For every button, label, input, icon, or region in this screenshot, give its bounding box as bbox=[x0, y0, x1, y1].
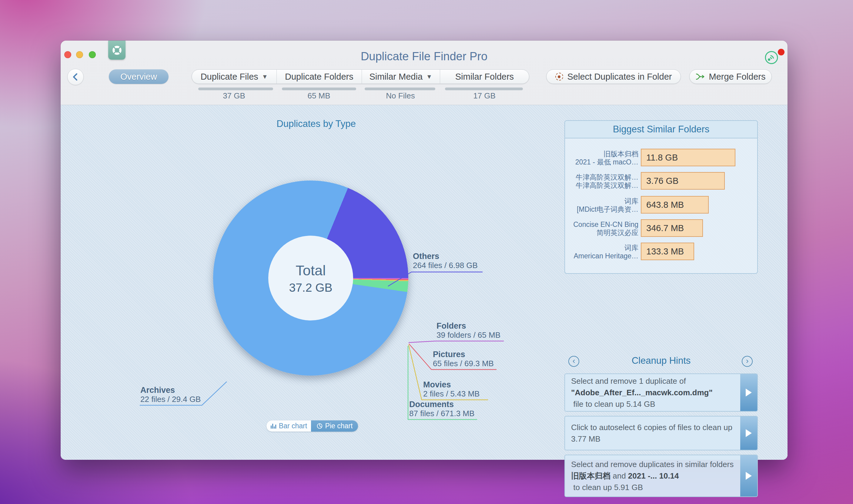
tab-duplicate-files[interactable]: Duplicate Files ▼ bbox=[192, 70, 277, 84]
apply-hint-button[interactable] bbox=[740, 455, 757, 497]
overview-button[interactable]: Overview bbox=[109, 69, 169, 84]
hints-next-button[interactable]: › bbox=[742, 356, 753, 367]
panel-title: Biggest Similar Folders bbox=[565, 121, 757, 139]
app-window: Duplicate File Finder Pro Overview Dupli… bbox=[60, 41, 787, 460]
tab-similar-folders[interactable]: Similar Folders bbox=[440, 70, 529, 84]
button-label: Select Duplicates in Folder bbox=[568, 72, 672, 82]
bar-chart-toggle[interactable]: Bar chart bbox=[266, 420, 311, 432]
notification-badge bbox=[778, 49, 784, 55]
tab-label: Similar Folders bbox=[455, 72, 514, 82]
hint-text: Select and remove duplicates in similar … bbox=[565, 455, 740, 497]
button-label: Merge Folders bbox=[709, 72, 766, 82]
pie-chart-icon bbox=[316, 423, 323, 429]
window-title: Duplicate File Finder Pro bbox=[60, 50, 787, 63]
play-icon bbox=[746, 389, 752, 396]
biggest-similar-folders-panel: Biggest Similar Folders 旧版本归档2021 - 最低 m… bbox=[564, 120, 758, 274]
chart-type-toggle: Bar chart Pie chart bbox=[266, 420, 358, 432]
slice-label-folders: Folders 39 folders / 65 MB bbox=[436, 321, 501, 340]
category-tab-group: Duplicate Files ▼ Duplicate Folders Simi… bbox=[192, 69, 529, 84]
folder-size-bar[interactable]: 11.8 GB bbox=[641, 149, 735, 166]
pie-center-value: 37.2 GB bbox=[289, 281, 332, 294]
similar-folder-row: 旧版本归档2021 - 最低 macO… 11.8 GB bbox=[565, 148, 757, 168]
tab-duplicate-folders[interactable]: Duplicate Folders bbox=[277, 70, 362, 84]
tab-progress-bar bbox=[445, 88, 523, 90]
toggle-label: Pie chart bbox=[325, 422, 353, 430]
tab-label: Duplicate Folders bbox=[285, 72, 353, 82]
slice-label-documents: Documents 87 files / 671.3 MB bbox=[409, 400, 474, 418]
overview-label: Overview bbox=[120, 72, 157, 82]
cleanup-hints-title: Cleanup Hints bbox=[564, 355, 758, 366]
slice-label-others: Others 264 files / 6.98 GB bbox=[413, 252, 478, 270]
folder-size-bar[interactable]: 3.76 GB bbox=[641, 172, 725, 190]
dashed-target-icon bbox=[555, 73, 563, 80]
slice-label-pictures: Pictures 65 files / 69.3 MB bbox=[433, 350, 494, 368]
chevron-left-icon bbox=[71, 72, 80, 82]
tab-size-value: 65 MB bbox=[276, 91, 361, 101]
content-area: Duplicates by Type Total 37.2 GB Others … bbox=[60, 105, 787, 460]
pie-chart-toggle[interactable]: Pie chart bbox=[311, 420, 358, 432]
folder-size-bar[interactable]: 643.8 MB bbox=[641, 196, 709, 214]
tab-label: Similar Media bbox=[369, 72, 422, 82]
tab-label: Duplicate Files bbox=[201, 72, 258, 82]
tab-progress-bar bbox=[365, 88, 435, 90]
tab-progress-bar bbox=[282, 88, 356, 90]
hint-text: Select and remove 1 duplicate of "Adobe_… bbox=[565, 374, 740, 411]
apply-hint-button[interactable] bbox=[740, 374, 757, 411]
chart-title: Duplicates by Type bbox=[240, 119, 392, 129]
hint-text: Click to autoselect 6 copies of files to… bbox=[565, 416, 740, 450]
merge-icon bbox=[696, 72, 705, 81]
similar-folder-row: 词库[MDict电子词典资… 643.8 MB bbox=[565, 195, 757, 215]
slice-label-archives: Archives 22 files / 29.4 GB bbox=[140, 385, 201, 404]
pie-center: Total 37.2 GB bbox=[268, 236, 353, 321]
play-icon bbox=[746, 472, 752, 480]
tab-similar-media[interactable]: Similar Media ▼ bbox=[362, 70, 440, 84]
bar-chart-icon bbox=[271, 423, 276, 429]
apply-hint-button[interactable] bbox=[740, 416, 757, 450]
pie-center-label: Total bbox=[296, 262, 326, 278]
chevron-down-icon: ▼ bbox=[426, 73, 432, 80]
tab-size-value: 37 GB bbox=[192, 91, 276, 101]
slice-label-movies: Movies 2 files / 5.43 MB bbox=[423, 380, 480, 398]
similar-folder-row: Concise EN-CN Bing简明英汉必应 346.7 MB bbox=[565, 219, 757, 239]
cleanup-hint-card[interactable]: Select and remove duplicates in similar … bbox=[564, 455, 758, 497]
back-button[interactable] bbox=[67, 69, 84, 85]
tab-size-value: 17 GB bbox=[439, 91, 529, 101]
signal-circle-icon bbox=[765, 51, 779, 65]
cleanup-hint-card[interactable]: Click to autoselect 6 copies of files to… bbox=[564, 416, 758, 450]
tab-size-value: No Files bbox=[361, 91, 439, 101]
cleanup-hint-card[interactable]: Select and remove 1 duplicate of "Adobe_… bbox=[564, 374, 758, 412]
toggle-label: Bar chart bbox=[279, 422, 307, 430]
similar-folder-row: 牛津高阶英汉双解…牛津高阶英汉双解… 3.76 GB bbox=[565, 172, 757, 192]
merge-folders-button[interactable]: Merge Folders bbox=[689, 69, 772, 84]
update-status-button[interactable] bbox=[765, 49, 784, 66]
folder-size-bar[interactable]: 346.7 MB bbox=[641, 219, 703, 237]
similar-folder-row: 词库American Heritage… 133.3 MB bbox=[565, 242, 757, 262]
select-duplicates-in-folder-button[interactable]: Select Duplicates in Folder bbox=[546, 69, 681, 84]
chevron-down-icon: ▼ bbox=[262, 73, 268, 80]
play-icon bbox=[746, 429, 752, 437]
folder-size-bar[interactable]: 133.3 MB bbox=[641, 242, 694, 260]
tab-progress-bar bbox=[198, 88, 273, 90]
